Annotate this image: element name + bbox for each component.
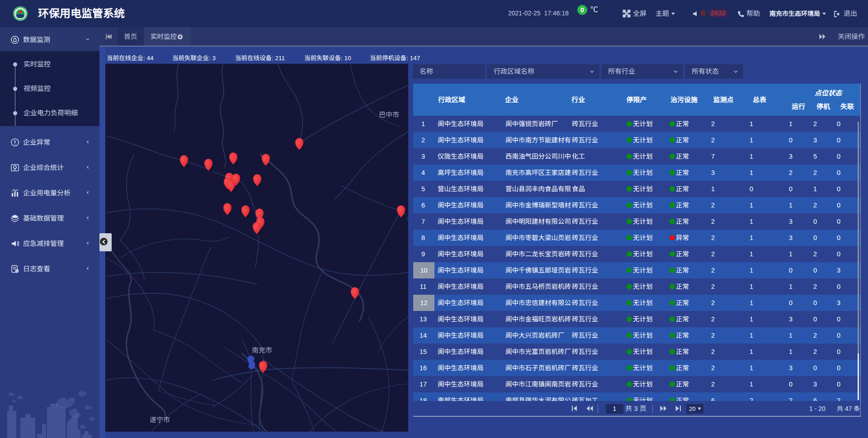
svg-text:巴中市: 巴中市 bbox=[379, 111, 399, 118]
svg-text:遂宁市: 遂宁市 bbox=[150, 416, 170, 424]
svg-text:南充市: 南充市 bbox=[252, 346, 272, 354]
